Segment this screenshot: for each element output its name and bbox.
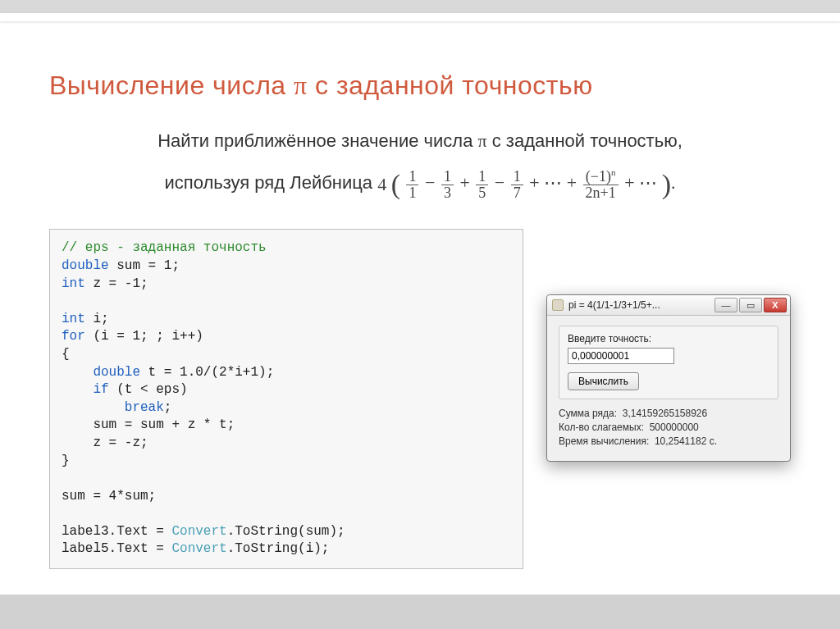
leibniz-formula: 4 ( 11 − 13 + 15 − 17 + ⋯ + (−1)n2n+1 + … [377, 172, 675, 193]
result-count: Кол-во слагаемых: 500000000 [559, 422, 778, 433]
app-icon [552, 299, 564, 311]
description: Найти приближённое значение числа π с за… [49, 124, 791, 211]
window-titlebar[interactable]: pi = 4(1/1-1/3+1/5+... — ▭ Х [547, 295, 790, 316]
slide-top-band [0, 0, 840, 13]
title-suffix: с заданной точностью [308, 71, 593, 100]
window-body: Введите точность: Вычислить Сумма ряда: … [547, 316, 790, 461]
window-title: pi = 4(1/1-1/3+1/5+... [568, 299, 714, 311]
title-prefix: Вычисление числа [49, 71, 294, 100]
precision-input[interactable] [568, 348, 674, 364]
page-title: Вычисление числа π с заданной точностью [49, 71, 791, 101]
result-sum: Сумма ряда: 3,14159265158926 [559, 408, 778, 419]
app-window: pi = 4(1/1-1/3+1/5+... — ▭ Х Введите точ… [546, 294, 791, 462]
close-paren: ) [662, 169, 671, 199]
close-button[interactable]: Х [764, 298, 787, 312]
minimize-button[interactable]: — [714, 298, 737, 312]
pi-symbol: π [294, 71, 308, 100]
precision-label: Введите точность: [568, 333, 769, 344]
slide-bottom-band [0, 595, 840, 629]
slide-top-strip [0, 13, 840, 21]
input-group: Введите точность: Вычислить [559, 326, 778, 399]
compute-button[interactable]: Вычислить [568, 372, 639, 390]
maximize-button[interactable]: ▭ [739, 298, 762, 312]
result-time: Время вычисления: 10,2541182 с. [559, 435, 778, 447]
open-paren: ( [391, 169, 400, 199]
results-block: Сумма ряда: 3,14159265158926 Кол-во слаг… [559, 408, 778, 447]
slide-content: Вычисление числа π с заданной точностью … [0, 21, 840, 594]
desc-line-2: используя ряд Лейбница 4 ( 11 − 13 + 15 … [49, 158, 791, 212]
window-buttons: — ▭ Х [714, 298, 787, 312]
desc-line-1: Найти приближённое значение числа π с за… [49, 124, 791, 158]
code-block: // eps - заданная точность double sum = … [49, 229, 523, 569]
